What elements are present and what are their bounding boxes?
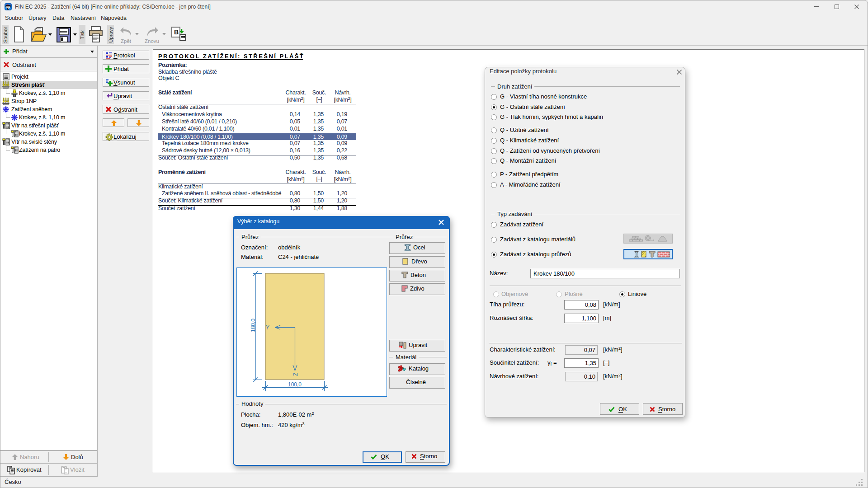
svg-text:Y: Y <box>266 324 269 331</box>
svg-text:B: B <box>174 28 179 36</box>
svg-text:100,0: 100,0 <box>288 381 302 388</box>
svg-text:180,0: 180,0 <box>250 319 256 332</box>
svg-text:Z: Z <box>292 373 299 376</box>
